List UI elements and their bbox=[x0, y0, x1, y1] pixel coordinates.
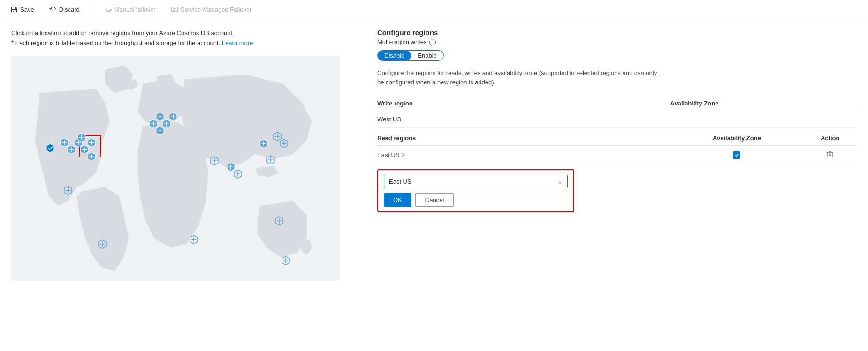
east-us-3-marker[interactable] bbox=[88, 152, 95, 161]
toolbar-divider bbox=[92, 4, 92, 15]
east-us-2-az-checkbox[interactable] bbox=[733, 151, 740, 159]
write-region-row: West US bbox=[377, 111, 857, 128]
failover-icon bbox=[105, 6, 112, 13]
discard-label: Discard bbox=[59, 6, 80, 13]
save-button[interactable]: Save bbox=[8, 4, 37, 15]
info-icon[interactable]: i bbox=[429, 39, 436, 45]
write-region-action bbox=[803, 111, 857, 128]
marker-1[interactable] bbox=[61, 138, 68, 147]
manual-failover-button[interactable]: Manual failover bbox=[102, 4, 159, 15]
save-icon bbox=[10, 6, 18, 13]
svg-rect-74 bbox=[828, 152, 832, 157]
service-managed-failover-button[interactable]: Service-Managed Failover bbox=[168, 4, 255, 15]
cancel-button[interactable]: Cancel bbox=[415, 193, 454, 207]
india-2-marker[interactable] bbox=[234, 170, 242, 178]
south-africa-marker[interactable] bbox=[190, 235, 198, 244]
write-action-header bbox=[803, 96, 857, 111]
config-title: Configure regions bbox=[377, 29, 857, 37]
east-asia-marker[interactable] bbox=[260, 139, 267, 148]
region-dropdown[interactable]: East US ⌄ bbox=[384, 175, 568, 188]
write-az-header: Availability Zone bbox=[670, 96, 804, 111]
manual-failover-label: Manual failover bbox=[114, 6, 156, 13]
learn-more-link[interactable]: Learn more bbox=[222, 39, 253, 46]
chevron-down-icon: ⌄ bbox=[557, 178, 563, 185]
config-description: Configure the regions for reads, writes … bbox=[377, 68, 659, 87]
world-map bbox=[11, 56, 340, 281]
instructions: Click on a location to add or remove reg… bbox=[11, 29, 349, 48]
write-region-header: Write region bbox=[377, 96, 670, 111]
west-europe-marker[interactable] bbox=[156, 112, 164, 121]
service-failover-icon bbox=[171, 6, 178, 13]
australia-2-marker[interactable] bbox=[282, 256, 289, 265]
north-europe-marker[interactable] bbox=[150, 119, 157, 128]
map-container[interactable] bbox=[11, 56, 340, 281]
discard-button[interactable]: Discard bbox=[46, 4, 83, 15]
disable-toggle-button[interactable]: Disable bbox=[378, 51, 411, 60]
svg-marker-1 bbox=[46, 144, 54, 152]
east-us-2-name: East US 2 bbox=[377, 146, 670, 164]
action-buttons: OK Cancel bbox=[384, 193, 568, 207]
instruction-main: Click on a location to add or remove reg… bbox=[11, 29, 349, 38]
multiregion-label-text: Multi-region writes bbox=[377, 38, 426, 45]
east-us-2-row: East US 2 bbox=[377, 146, 857, 164]
region-dropdown-value: East US bbox=[389, 178, 411, 185]
read-regions-header-row: Read regions Availability Zone Action bbox=[377, 128, 857, 146]
read-regions-header: Read regions bbox=[377, 128, 670, 146]
right-panel: Configure regions Multi-region writes i … bbox=[377, 29, 857, 338]
ok-button[interactable]: OK bbox=[384, 193, 411, 207]
read-az-header: Availability Zone bbox=[670, 128, 804, 146]
france-marker[interactable] bbox=[163, 119, 170, 128]
left-panel: Click on a location to add or remove reg… bbox=[11, 29, 349, 338]
east-us-2-action bbox=[803, 146, 857, 164]
multiregion-label-row: Multi-region writes i bbox=[377, 38, 857, 45]
save-label: Save bbox=[20, 6, 34, 13]
read-action-header: Action bbox=[803, 128, 857, 146]
new-region-row: East US ⌄ OK Cancel bbox=[377, 169, 574, 212]
write-region-az bbox=[670, 111, 804, 128]
discard-icon bbox=[49, 6, 57, 13]
enable-toggle-button[interactable]: Enable bbox=[411, 51, 443, 60]
west-us-checked-marker[interactable] bbox=[46, 144, 54, 152]
east-us-2-delete-button[interactable] bbox=[826, 150, 834, 158]
east-us-2-marker[interactable] bbox=[88, 138, 95, 147]
service-managed-failover-label: Service-Managed Failover bbox=[181, 6, 252, 13]
india-marker[interactable] bbox=[227, 163, 235, 171]
east-us-marker[interactable] bbox=[81, 145, 88, 154]
main-layout: Click on a location to add or remove reg… bbox=[0, 19, 868, 347]
instruction-note: * Each region is billable based on the t… bbox=[11, 38, 349, 48]
marker-2[interactable] bbox=[68, 145, 75, 154]
uk-marker[interactable] bbox=[156, 127, 164, 135]
regions-table: Write region Availability Zone West US R… bbox=[377, 96, 857, 164]
toolbar: Save Discard Manual failover Service-Man… bbox=[0, 0, 868, 19]
east-us-2-az bbox=[670, 146, 804, 164]
canada-marker[interactable] bbox=[78, 133, 85, 142]
svg-rect-0 bbox=[172, 7, 177, 12]
norway-marker[interactable] bbox=[169, 112, 177, 121]
write-region-value: West US bbox=[377, 111, 670, 128]
multi-region-toggle[interactable]: Disable Enable bbox=[377, 50, 444, 61]
